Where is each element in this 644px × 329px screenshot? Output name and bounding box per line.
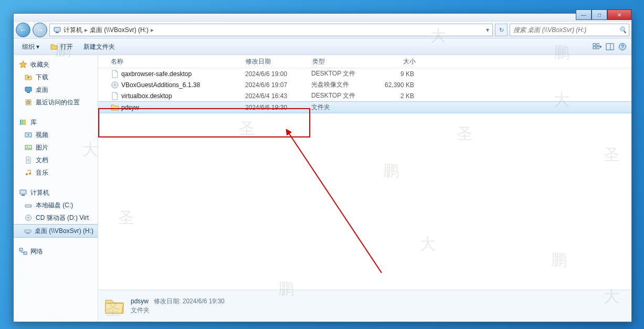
chevron-right-icon: ▸ bbox=[151, 26, 154, 34]
desktop-icon bbox=[24, 86, 33, 94]
chevron-right-icon: ▸ bbox=[85, 26, 88, 34]
file-type: DESKTOP 文件 bbox=[308, 91, 372, 100]
documents-icon bbox=[24, 156, 33, 164]
svg-line-33 bbox=[288, 132, 382, 273]
annotation-red-arrow bbox=[282, 126, 387, 278]
svg-point-27 bbox=[28, 217, 29, 219]
organize-menu[interactable]: 组织 ▾ bbox=[18, 41, 44, 53]
svg-rect-11 bbox=[27, 92, 30, 93]
sidebar-item-desktop[interactable]: 桌面 bbox=[14, 83, 98, 96]
sidebar-item-documents[interactable]: 文档 bbox=[14, 154, 98, 166]
back-button[interactable]: ← bbox=[16, 23, 30, 37]
table-row[interactable]: qaxbrowser-safe.desktop2024/6/6 19:00DES… bbox=[98, 68, 631, 79]
search-box[interactable]: 🔍 bbox=[510, 24, 629, 36]
pictures-icon bbox=[24, 143, 33, 152]
svg-rect-10 bbox=[25, 87, 31, 91]
nav-row: ← → 计算机 ▸ 桌面 (\\VBoxSvr) (H:) ▸ ▾ ↻ 🔍 bbox=[14, 21, 631, 39]
breadcrumb-current[interactable]: 桌面 (\\VBoxSvr) (H:) bbox=[90, 26, 149, 35]
details-date: 2024/6/6 19:30 bbox=[183, 298, 225, 305]
sidebar-libraries[interactable]: 库 bbox=[14, 116, 98, 129]
svg-rect-14 bbox=[20, 120, 22, 125]
open-label: 打开 bbox=[60, 43, 73, 51]
address-bar[interactable]: 计算机 ▸ 桌面 (\\VBoxSvr) (H:) ▸ ▾ bbox=[49, 24, 493, 36]
svg-point-21 bbox=[29, 173, 31, 175]
recent-icon bbox=[24, 98, 33, 107]
col-name[interactable]: 名称 bbox=[108, 57, 242, 66]
sidebar-item-downloads[interactable]: 下载 bbox=[14, 71, 98, 83]
drive-icon bbox=[24, 201, 33, 209]
view-options-button[interactable]: ▾ bbox=[593, 42, 602, 51]
svg-rect-23 bbox=[22, 195, 25, 196]
sidebar-item-cd-drive[interactable]: CD 驱动器 (D:) Virt bbox=[14, 211, 98, 224]
file-icon bbox=[111, 92, 119, 100]
file-size: 62,390 KB bbox=[372, 81, 417, 89]
col-size[interactable]: 大小 bbox=[374, 57, 419, 66]
svg-rect-6 bbox=[606, 44, 614, 50]
file-type: 光盘映像文件 bbox=[308, 80, 372, 89]
file-list[interactable]: qaxbrowser-safe.desktop2024/6/6 19:00DES… bbox=[98, 68, 631, 290]
videos-icon bbox=[24, 131, 33, 139]
computer-icon bbox=[53, 26, 61, 34]
help-button[interactable]: ? bbox=[618, 42, 627, 51]
svg-point-32 bbox=[114, 84, 116, 86]
details-name: pdsyw bbox=[131, 298, 149, 305]
file-name: qaxbrowser-safe.desktop bbox=[121, 70, 192, 78]
search-input[interactable] bbox=[512, 26, 619, 34]
chevron-down-icon[interactable]: ▾ bbox=[486, 26, 489, 34]
maximize-button[interactable]: □ bbox=[592, 9, 607, 20]
file-date: 2024/6/6 19:07 bbox=[242, 81, 308, 89]
annotation-red-box bbox=[98, 108, 310, 137]
svg-rect-4 bbox=[593, 47, 596, 49]
library-icon bbox=[19, 118, 27, 126]
file-date: 2024/6/4 16:43 bbox=[242, 92, 308, 100]
breadcrumb-computer[interactable]: 计算机 bbox=[64, 26, 82, 35]
open-icon bbox=[50, 43, 58, 51]
sidebar-item-pictures[interactable]: 图片 bbox=[14, 141, 98, 154]
sidebar-item-local-disk[interactable]: 本地磁盘 (C:) bbox=[14, 199, 98, 211]
column-headers: 名称 修改日期 类型 大小 bbox=[98, 55, 631, 68]
forward-button[interactable]: → bbox=[33, 23, 47, 37]
svg-rect-2 bbox=[593, 44, 596, 46]
arrow-left-icon: ← bbox=[19, 26, 27, 34]
file-name: VBoxGuestAdditions_6.1.38 bbox=[121, 81, 200, 89]
svg-rect-22 bbox=[20, 190, 26, 194]
computer-icon bbox=[19, 188, 27, 197]
sidebar-item-music[interactable]: 音乐 bbox=[14, 166, 98, 179]
search-icon: 🔍 bbox=[619, 26, 627, 34]
star-icon bbox=[19, 60, 27, 69]
new-folder-button[interactable]: 新建文件夹 bbox=[79, 41, 119, 53]
file-type: DESKTOP 文件 bbox=[308, 69, 372, 78]
svg-rect-29 bbox=[19, 248, 23, 251]
col-type[interactable]: 类型 bbox=[309, 57, 374, 66]
close-button[interactable]: ✕ bbox=[607, 9, 631, 20]
arrow-right-icon: → bbox=[36, 26, 44, 34]
music-icon bbox=[24, 168, 33, 177]
sidebar-favorites[interactable]: 收藏夹 bbox=[14, 58, 98, 71]
folder-icon bbox=[103, 295, 125, 317]
disc-icon bbox=[111, 81, 119, 89]
preview-pane-button[interactable] bbox=[605, 42, 615, 51]
sidebar-item-videos[interactable]: 视频 bbox=[14, 129, 98, 141]
minimize-button[interactable]: — bbox=[576, 9, 592, 20]
sidebar-network[interactable]: 网络 bbox=[14, 245, 98, 258]
refresh-button[interactable]: ↻ bbox=[495, 24, 508, 36]
navigation-pane: 收藏夹 下载 桌面 最近访问的位置 库 视频 bbox=[14, 55, 98, 322]
sidebar-computer[interactable]: 计算机 bbox=[14, 186, 98, 199]
sidebar-item-recent[interactable]: 最近访问的位置 bbox=[14, 96, 98, 109]
table-row[interactable]: VBoxGuestAdditions_6.1.382024/6/6 19:07光… bbox=[98, 79, 631, 90]
svg-rect-16 bbox=[24, 120, 26, 125]
svg-text:?: ? bbox=[621, 44, 624, 50]
content-area: 名称 修改日期 类型 大小 qaxbrowser-safe.desktop202… bbox=[98, 55, 631, 322]
details-type: 文件夹 bbox=[131, 306, 225, 315]
file-date: 2024/6/6 19:00 bbox=[242, 70, 308, 78]
col-date[interactable]: 修改日期 bbox=[242, 57, 309, 66]
file-icon bbox=[111, 70, 119, 78]
open-button[interactable]: 打开 bbox=[46, 41, 77, 53]
titlebar: — □ ✕ bbox=[14, 14, 631, 21]
network-icon bbox=[19, 247, 27, 256]
table-row[interactable]: virtualbox.desktop2024/6/4 16:43DESKTOP … bbox=[98, 90, 631, 101]
svg-rect-1 bbox=[56, 32, 59, 33]
file-size: 9 KB bbox=[372, 70, 417, 78]
sidebar-item-network-drive[interactable]: 桌面 (\\VBoxSvr) (H:) bbox=[14, 224, 98, 238]
svg-rect-28 bbox=[25, 230, 31, 232]
